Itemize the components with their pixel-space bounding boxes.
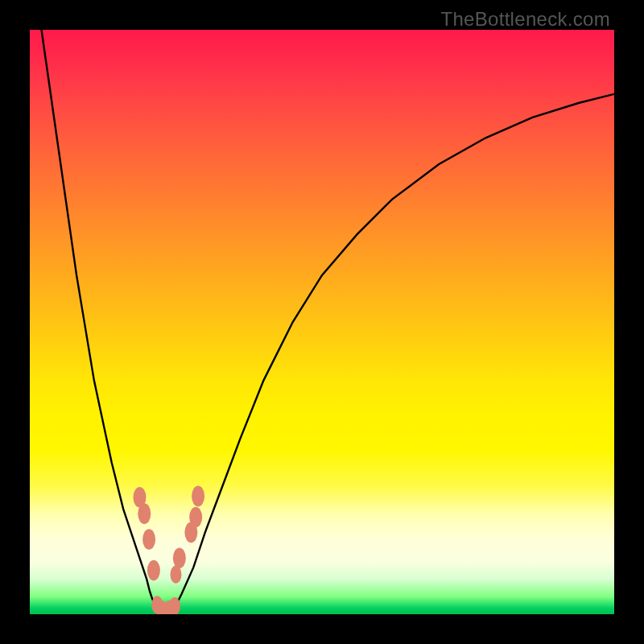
data-marker bbox=[173, 548, 186, 569]
data-marker bbox=[192, 486, 204, 507]
data-marker bbox=[138, 503, 151, 524]
curve-left-branch bbox=[42, 30, 162, 613]
chart-frame: TheBottleneck.com bbox=[0, 0, 644, 644]
curve-right-branch bbox=[170, 94, 614, 613]
data-marker bbox=[147, 560, 160, 581]
plot-gradient-background bbox=[30, 30, 614, 614]
data-markers-group bbox=[133, 486, 204, 614]
watermark-text: TheBottleneck.com bbox=[440, 8, 610, 31]
data-marker bbox=[189, 507, 202, 528]
data-marker bbox=[169, 597, 180, 614]
data-marker bbox=[142, 529, 155, 550]
chart-svg bbox=[30, 30, 614, 614]
